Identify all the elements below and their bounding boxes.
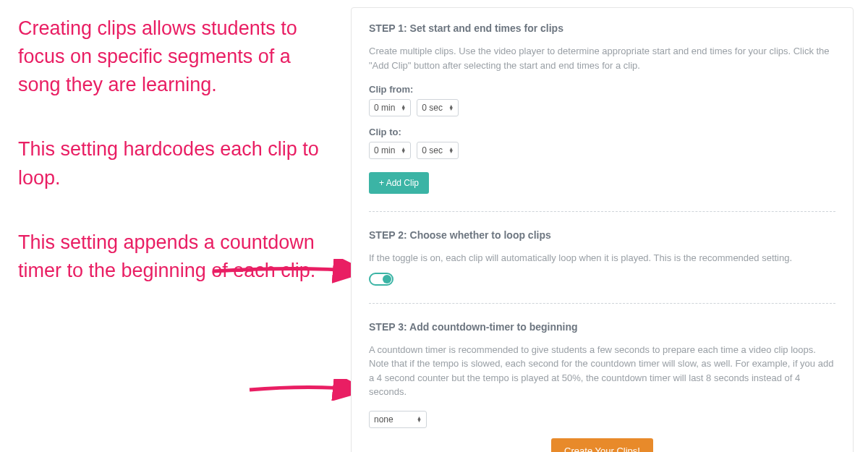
clip-from-sec-select[interactable]: 0 sec ▲▼ [417,99,459,116]
clip-from-row: 0 min ▲▼ 0 sec ▲▼ [369,99,835,116]
clip-from-label: Clip from: [369,84,835,95]
step-3-title: STEP 3: Add countdown-timer to beginning [369,321,835,333]
step-3-section: STEP 3: Add countdown-timer to beginning… [369,321,835,453]
create-clips-button[interactable]: Create Your Clips! [551,438,653,453]
clip-from-min-select[interactable]: 0 min ▲▼ [369,99,411,116]
chevron-updown-icon: ▲▼ [401,148,406,153]
annotation-clips-intro: Creating clips allows students to focus … [18,14,336,99]
step-1-section: STEP 1: Set start and end times for clip… [369,22,835,194]
step-2-section: STEP 2: Choose whether to loop clips If … [369,229,835,286]
annotation-loop-setting: This setting hardcodes each clip to loop… [18,135,336,192]
divider [369,211,835,212]
clip-to-sec-value: 0 sec [422,145,443,155]
step-1-title: STEP 1: Set start and end times for clip… [369,22,835,34]
divider [369,303,835,304]
countdown-select[interactable]: none ▲▼ [369,411,427,428]
toggle-knob [383,275,391,283]
chevron-updown-icon: ▲▼ [448,105,454,111]
step-2-title: STEP 2: Choose whether to loop clips [369,229,835,241]
annotation-countdown-setting: This setting appends a countdown timer t… [18,229,336,285]
clip-to-sec-select[interactable]: 0 sec ▲▼ [417,142,459,159]
clip-from-sec-value: 0 sec [422,103,443,113]
step-2-description: If the toggle is on, each clip will auto… [369,251,835,265]
add-clip-button[interactable]: + Add Clip [369,172,429,194]
clip-settings-panel: STEP 1: Set start and end times for clip… [351,7,854,452]
chevron-updown-icon: ▲▼ [401,105,406,111]
clip-from-min-value: 0 min [374,103,395,113]
loop-toggle[interactable] [369,273,393,286]
clip-to-label: Clip to: [369,127,835,137]
chevron-updown-icon: ▲▼ [417,417,422,422]
clip-to-row: 0 min ▲▼ 0 sec ▲▼ [369,142,835,159]
step-1-description: Create multiple clips. Use the video pla… [369,44,835,72]
clip-to-min-select[interactable]: 0 min ▲▼ [369,142,411,159]
countdown-select-value: none [374,414,393,425]
chevron-updown-icon: ▲▼ [448,148,454,153]
step-3-description: A countdown timer is recommended to give… [369,343,835,399]
clip-to-min-value: 0 min [374,145,395,155]
annotation-column: Creating clips allows students to focus … [18,14,336,285]
